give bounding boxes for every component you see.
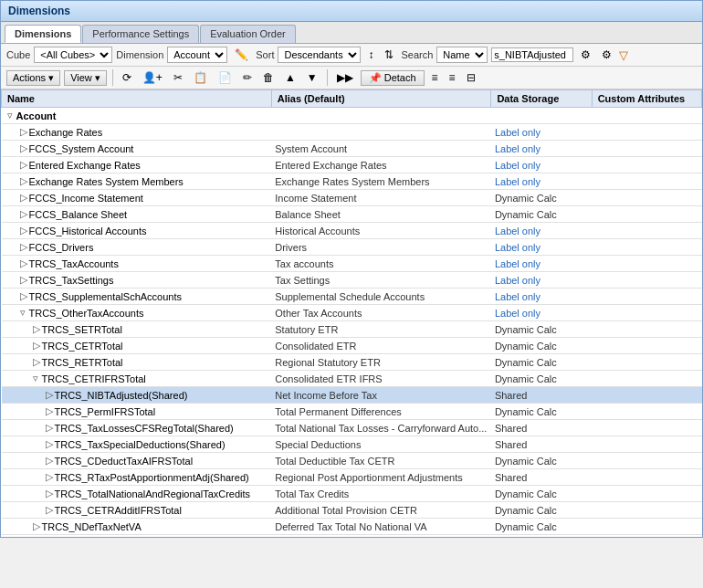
custom-cell (592, 519, 701, 535)
row-expander[interactable]: ▷ (20, 192, 29, 204)
row-expander[interactable]: ▷ (20, 126, 29, 138)
search-input[interactable] (491, 47, 573, 62)
tab-dimensions[interactable]: Dimensions (5, 25, 81, 43)
table-row[interactable]: ▷Exchange RatesLabel only (2, 124, 702, 141)
move-up-icon[interactable]: ▲ (281, 69, 299, 86)
custom-cell (592, 453, 701, 469)
row-expander[interactable]: ▷ (20, 274, 29, 286)
table-row[interactable]: ▷FCCS_System AccountSystem AccountLabel … (2, 141, 702, 157)
table-row[interactable]: ▷TRCS_TotalNationalAndRegionalTaxCredits… (2, 486, 702, 502)
align-center-icon[interactable]: ≡ (446, 69, 459, 86)
row-expander[interactable]: ▷ (20, 175, 29, 187)
row-expander[interactable]: ▿ (20, 307, 29, 319)
table-row[interactable]: ▷TRCS_CETRTotalConsolidated ETRDynamic C… (2, 338, 702, 354)
alias-cell: Supplemental Schedule Accounts (271, 289, 491, 305)
row-expander[interactable]: ▷ (33, 323, 42, 335)
table-row[interactable]: ▷TRCS_RETRTotalRegional Statutory ETRDyn… (2, 354, 702, 371)
cube-select[interactable]: <All Cubes> (34, 47, 112, 63)
table-row[interactable]: ▷TRCS_SupplementalSchAccountsSupplementa… (2, 289, 702, 305)
sort-label: Sort (256, 49, 274, 60)
table-row[interactable]: ▷Exchange Rates System MembersExchange R… (2, 173, 702, 190)
search-type-select[interactable]: Name (436, 47, 488, 63)
table-row[interactable]: ▷TRCS_PermIFRSTotalTotal Permanent Diffe… (2, 404, 702, 420)
copy-icon[interactable]: 📋 (190, 69, 211, 86)
row-expander[interactable]: ▿ (7, 110, 16, 121)
table-row[interactable]: ▷TRCS_RTaxPostApportionmentAdj(Shared)Re… (2, 469, 702, 486)
settings-icon2[interactable]: ⚙ (598, 47, 615, 63)
row-expander[interactable]: ▷ (20, 290, 29, 302)
tab-evaluation[interactable]: Evaluation Order (200, 25, 296, 43)
table-row[interactable]: ▿TRCS_OtherTaxAccountsOther Tax Accounts… (2, 305, 702, 321)
paste-icon[interactable]: 📄 (215, 69, 236, 86)
move-down-icon[interactable]: ▼ (303, 69, 321, 86)
row-expander[interactable]: ▷ (46, 504, 55, 516)
name-cell: ▷TRCS_CETRAdditIFRSTotal (2, 502, 272, 519)
name-cell: ▷FCCS_Balance Sheet (2, 206, 272, 223)
table-row[interactable]: ▷FCCS_Historical AccountsHistorical Acco… (2, 223, 702, 239)
custom-cell (592, 371, 701, 387)
settings-icon[interactable]: ⚙ (577, 47, 594, 63)
sort-icon2[interactable]: ⇅ (381, 47, 397, 63)
table-row[interactable]: ▷FCCS_Income StatementIncome StatementDy… (2, 190, 702, 206)
sort-icon[interactable]: ↕ (364, 47, 377, 63)
filter-icon[interactable]: ▽ (619, 48, 628, 62)
row-expander[interactable]: ▷ (20, 159, 29, 171)
dimension-select[interactable]: Account (167, 47, 227, 63)
view-button[interactable]: View ▾ (64, 70, 107, 86)
table-row[interactable]: ▷FCCS_DriversDriversLabel only (2, 239, 702, 256)
table-row[interactable]: ▷TRCS_TaxAccountsTax accountsLabel only (2, 256, 702, 272)
table-row[interactable]: ▷TRCS_CETRAdditIFRSTotalAdditional Total… (2, 502, 702, 519)
actions-row: Actions ▾ View ▾ ⟳ 👤+ ✂ 📋 📄 ✏ 🗑 ▲ ▼ ▶▶ 📌… (1, 67, 702, 89)
delete-icon[interactable]: 🗑 (259, 69, 278, 86)
row-expander[interactable]: ▿ (33, 373, 42, 384)
row-name-text: TRCS_TaxAccounts (29, 258, 119, 269)
row-expander[interactable]: ▷ (46, 438, 55, 450)
row-expander[interactable]: ▷ (46, 389, 55, 401)
separator-1 (112, 69, 113, 86)
row-expander[interactable]: ▷ (20, 208, 29, 220)
row-expander[interactable]: ▷ (46, 405, 55, 417)
table-row[interactable]: ▷TRCS_CDeductTaxAIFRSTotalTotal Deductib… (2, 453, 702, 469)
more-icon[interactable]: ▶▶ (333, 69, 357, 86)
row-expander[interactable]: ▷ (33, 520, 42, 532)
row-expander[interactable]: ▷ (33, 340, 42, 352)
row-expander[interactable]: ▷ (20, 142, 29, 154)
row-expander[interactable]: ▷ (46, 455, 55, 467)
align-left-icon[interactable]: ≡ (428, 69, 442, 86)
row-expander[interactable]: ▷ (20, 241, 29, 253)
name-cell: ▷Exchange Rates System Members (2, 173, 272, 190)
refresh-icon[interactable]: ⟳ (119, 69, 135, 86)
edit2-icon[interactable]: ✏ (239, 69, 256, 86)
name-cell: ▷TRCS_RTaxPostApportionmentAdj(Shared) (2, 469, 272, 486)
tab-performance[interactable]: Performance Settings (82, 25, 199, 43)
dimensions-window: Dimensions DimensionsPerformance Setting… (0, 0, 703, 538)
row-expander[interactable]: ▷ (20, 257, 29, 269)
alias-cell: Entered Exchange Rates (271, 157, 491, 173)
table-row[interactable]: ▷TRCS_NIBTAdjusted(Shared)Net Income Bef… (2, 387, 702, 404)
row-expander[interactable]: ▷ (46, 488, 55, 499)
row-expander[interactable]: ▷ (46, 422, 55, 434)
table-row[interactable]: ▷TRCS_TaxSettingsTax SettingsLabel only (2, 272, 702, 289)
table-row[interactable]: ▷TRCS_RDefTaxNetVATotal Deferred Tax Reg… (2, 535, 702, 538)
detach-button[interactable]: 📌 Detach (361, 70, 425, 86)
format-icon[interactable]: ⊟ (463, 69, 479, 86)
name-cell: ▷TRCS_TotalNationalAndRegionalTaxCredits (2, 486, 272, 502)
table-row[interactable]: ▷TRCS_SETRTotalStatutory ETRDynamic Calc (2, 321, 702, 338)
sort-select[interactable]: Descendants (278, 47, 361, 63)
alias-cell: Drivers (271, 239, 491, 256)
table-row[interactable]: ▿Account (2, 108, 702, 124)
table-row[interactable]: ▿TRCS_CETRIFRSTotalConsolidated ETR IFRS… (2, 371, 702, 387)
cut-icon[interactable]: ✂ (170, 69, 186, 86)
row-expander[interactable]: ▷ (33, 356, 42, 368)
table-row[interactable]: ▷Entered Exchange RatesEntered Exchange … (2, 157, 702, 173)
table-row[interactable]: ▷TRCS_NDefTaxNetVADeferred Tax Total No … (2, 519, 702, 535)
actions-button[interactable]: Actions ▾ (6, 70, 60, 86)
row-expander[interactable]: ▷ (20, 225, 29, 236)
row-expander[interactable]: ▷ (46, 471, 55, 483)
add-icon[interactable]: 👤+ (139, 69, 166, 86)
table-row[interactable]: ▷TRCS_TaxSpecialDeductions(Shared)Specia… (2, 436, 702, 453)
table-row[interactable]: ▷TRCS_TaxLossesCFSRegTotal(Shared)Total … (2, 420, 702, 436)
edit-icon[interactable]: ✏️ (231, 47, 252, 63)
row-name-text: FCCS_Balance Sheet (29, 209, 128, 220)
table-row[interactable]: ▷FCCS_Balance SheetBalance SheetDynamic … (2, 206, 702, 223)
